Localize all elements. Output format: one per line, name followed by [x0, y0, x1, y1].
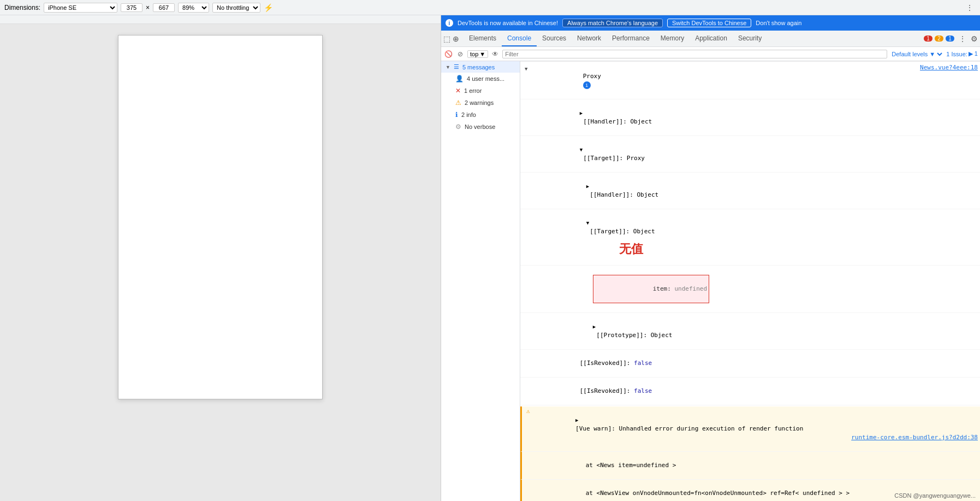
default-levels-select[interactable]: Default levels ▼ — [889, 50, 944, 58]
notification-message: DevTools is now available in Chinese! — [458, 20, 558, 26]
eye-icon[interactable]: 👁 — [490, 49, 500, 59]
phone-frame — [118, 35, 323, 399]
browser-viewport — [0, 24, 441, 501]
item-undefined-line: item: undefined — [520, 266, 980, 313]
clear-console-icon[interactable]: 🚫 — [443, 49, 453, 59]
isrevoked-label-2: [[IsRevoked]]: — [580, 387, 634, 394]
proxy-label-1: Proxy — [583, 73, 605, 80]
target-label-1: [[Target]]: Proxy — [580, 155, 645, 162]
zoom-select[interactable]: 89% 50% 75% 100% — [178, 3, 209, 13]
tab-console[interactable]: Console — [502, 31, 537, 46]
tab-security[interactable]: Security — [733, 31, 767, 46]
sidebar-item-user-messages[interactable]: 👤 4 user mess... — [441, 73, 520, 85]
isrevoked-label-1: [[IsRevoked]]: — [580, 359, 634, 367]
handler-arrow-1b[interactable] — [586, 182, 589, 191]
tab-icons: 1 2 1 ⋮ ⚙ — [924, 34, 978, 43]
more-icon[interactable]: ⋮ — [957, 34, 969, 43]
handler-1b: [[Handler]]: Object — [520, 173, 980, 209]
user-icon: 👤 — [455, 75, 464, 82]
top-context-select[interactable]: top ▼ — [467, 50, 488, 58]
tab-elements[interactable]: Elements — [464, 31, 502, 46]
watermark-text: CSDN @yangwenguangywe... — [894, 492, 976, 499]
switch-devtools-button[interactable]: Switch DevTools to Chinese — [667, 19, 751, 27]
tab-network[interactable]: Network — [572, 31, 607, 46]
item-val-undefined: undefined — [674, 285, 707, 292]
device-select[interactable]: iPhone SE iPhone XR iPhone 12 Pro Pixel … — [44, 3, 117, 13]
handler-arrow-1[interactable] — [580, 109, 583, 117]
top-label: top — [470, 51, 478, 57]
sidebar-item-info[interactable]: ℹ 2 info — [441, 109, 520, 121]
target-arrow-1[interactable] — [580, 145, 583, 154]
tab-memory[interactable]: Memory — [655, 31, 690, 46]
verbose-label: No verbose — [465, 123, 495, 130]
tab-performance[interactable]: Performance — [607, 31, 655, 46]
tab-application[interactable]: Application — [690, 31, 733, 46]
error-icon: ✕ — [455, 87, 461, 95]
item-key: item: — [653, 285, 675, 292]
errors-label: 1 error — [464, 87, 482, 94]
warnings-label: 2 warnings — [465, 99, 494, 106]
cross-label: × — [146, 4, 150, 11]
proxy-info-icon-1: i — [583, 81, 591, 89]
dimensions-label: Dimensions: — [4, 4, 40, 11]
console-log: Proxy i News.vue?4eee:18 [[Handler]]: Ob… — [520, 61, 980, 501]
handler-label-1: [[Handler]]: Object — [580, 118, 652, 125]
all-messages-icon: ☰ — [454, 63, 459, 70]
source-ref-1[interactable]: News.vue?4eee:18 — [920, 63, 978, 72]
match-language-button[interactable]: Always match Chrome's language — [562, 19, 663, 27]
sidebar-item-warnings[interactable]: ⚠ 2 warnings — [441, 97, 520, 109]
throttle-select[interactable]: No throttling Fast 3G Slow 3G — [212, 3, 260, 13]
info-icon: ℹ — [455, 111, 458, 119]
devtools-icon[interactable]: ⬚ — [443, 34, 450, 43]
console-filter-input[interactable] — [502, 50, 887, 58]
console-toolbar-right: Default levels ▼ 1 Issue: ▶ 1 — [889, 50, 978, 58]
isrevoked-1: [[IsRevoked]]: false — [520, 350, 980, 378]
prototype-arrow-1[interactable] — [593, 322, 596, 331]
prototype-label-1: [[Prototype]]: Object — [593, 332, 673, 339]
height-input[interactable]: 667 — [153, 3, 175, 12]
main-layout: i DevTools is now available in Chinese! … — [0, 15, 980, 501]
proxy-block-1: Proxy i News.vue?4eee:18 [[Handler]]: Ob… — [520, 61, 980, 406]
handler-1: [[Handler]]: Object — [520, 99, 980, 136]
verbose-icon: ⚙ — [455, 123, 461, 131]
info-badge: 1 — [946, 36, 954, 42]
dont-show-again-button[interactable]: Don't show again — [756, 20, 801, 26]
warn-at-1-1: at <News item=undefined > — [520, 452, 980, 480]
sidebar-item-errors[interactable]: ✕ 1 error — [441, 85, 520, 97]
console-content: ☰ 5 messages 👤 4 user mess... ✕ 1 error … — [441, 61, 980, 501]
all-messages-arrow[interactable] — [446, 64, 450, 70]
warn-ref-1[interactable]: runtime-core.esm-bundler.js?d2dd:38 — [851, 433, 978, 442]
console-sidebar: ☰ 5 messages 👤 4 user mess... ✕ 1 error … — [441, 61, 520, 501]
more-options-icon[interactable]: ⋮ — [964, 3, 976, 12]
warn-icon-1: ⚠ — [526, 407, 530, 416]
inspect-icon[interactable]: ⊕ — [453, 34, 459, 43]
height-input-wrapper: 667 — [153, 3, 175, 12]
width-input[interactable]: 375 — [121, 3, 142, 12]
all-messages-label: 5 messages — [462, 64, 495, 70]
sidebar-item-verbose[interactable]: ⚙ No verbose — [441, 121, 520, 133]
network-icon[interactable]: ⚡ — [264, 3, 273, 12]
console-filter-icon[interactable]: ⊘ — [455, 49, 465, 59]
proxy-header-1: Proxy i News.vue?4eee:18 — [520, 63, 980, 99]
warn-at-1-2-text: at <NewsView onVnodeUnmounted=fn<onVnode… — [578, 490, 850, 497]
target-arrow-1b[interactable] — [586, 219, 589, 227]
warn-badge: 2 — [935, 36, 943, 42]
warn-icon: ⚠ — [455, 99, 461, 107]
prototype-1: [[Prototype]]: Object — [520, 313, 980, 350]
warn-at-1-1-text: at <News item=undefined > — [578, 462, 676, 469]
target-1b: [[Target]]: Object 无值 — [520, 209, 980, 266]
proxy-expand-1[interactable] — [525, 64, 531, 73]
isrevoked-val-1: false — [634, 359, 652, 367]
sidebar-item-all-messages[interactable]: ☰ 5 messages — [441, 61, 520, 73]
settings-icon[interactable]: ⚙ — [971, 34, 978, 43]
browser-ruler — [0, 15, 441, 24]
issue-badge: 1 Issue: ▶ 1 — [946, 50, 978, 57]
tab-sources[interactable]: Sources — [537, 31, 572, 46]
isrevoked-2: [[IsRevoked]]: false — [520, 378, 980, 405]
width-input-wrapper: 375 — [121, 3, 142, 12]
target-label-1b: [[Target]]: Object — [586, 228, 655, 235]
warn-msg-1: [Vue warn]: Unhandled error during execu… — [575, 425, 803, 432]
info-label: 2 info — [461, 111, 476, 118]
error-badge: 1 — [924, 36, 933, 42]
warn-expand-1[interactable] — [575, 416, 578, 425]
